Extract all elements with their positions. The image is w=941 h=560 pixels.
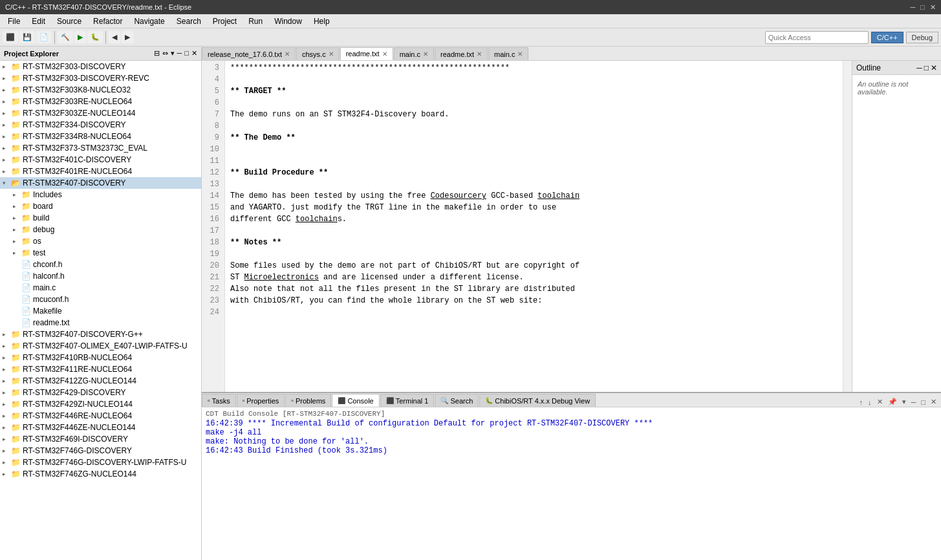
tree-item[interactable]: ▸📁RT-STM32F746G-DISCOVERY — [0, 445, 201, 457]
tree-item[interactable]: ▸📁RT-STM32F446RE-NUCLEO64 — [0, 410, 201, 422]
outline-minimize-btn[interactable]: ─ — [916, 63, 922, 72]
build-button[interactable]: 🔨 — [58, 31, 73, 43]
tree-item[interactable]: ▸📁RT-STM32F401C-DISCOVERY — [0, 154, 201, 166]
tree-item[interactable]: ▸📁RT-STM32F469I-DISCOVERY — [0, 433, 201, 445]
tree-item[interactable]: 📄chconf.h — [0, 259, 201, 270]
close-button[interactable]: ✕ — [930, 3, 936, 12]
console-tab-0[interactable]: ▫Tasks — [202, 394, 236, 407]
menu-search[interactable]: Search — [171, 16, 206, 27]
pe-menu-btn[interactable]: ▾ — [171, 49, 175, 58]
tree-item[interactable]: ▸📁RT-STM32F303-DISCOVERY-REVC — [0, 72, 201, 84]
tree-item[interactable]: ▸📁debug — [0, 224, 201, 235]
editor-scrollbar[interactable] — [843, 61, 852, 392]
console-options-btn[interactable]: ▾ — [900, 397, 908, 407]
tree-item[interactable]: ▸📁RT-STM32F303-DISCOVERY — [0, 61, 201, 72]
tree-item[interactable]: ▸📁RT-STM32F373-STM32373C_EVAL — [0, 142, 201, 154]
tree-item[interactable]: ▸📁RT-STM32F746G-DISCOVERY-LWIP-FATFS-U — [0, 457, 201, 468]
debug-perspective-button[interactable]: Debug — [906, 32, 938, 43]
outline-close-btn[interactable]: ✕ — [931, 63, 937, 72]
menu-navigate[interactable]: Navigate — [129, 16, 169, 27]
editor-tab-3[interactable]: main.c✕ — [394, 47, 434, 60]
console-up-btn[interactable]: ↑ — [858, 398, 865, 407]
console-tab-6[interactable]: 🐛ChibiOS/RT 4.x.x Debug View — [479, 394, 596, 407]
console-down-btn[interactable]: ↓ — [866, 398, 874, 407]
tree-item[interactable]: 📄readme.txt — [0, 317, 201, 328]
tab-close-icon[interactable]: ✕ — [285, 50, 290, 58]
console-tab-4[interactable]: ⬛Terminal 1 — [380, 394, 435, 407]
console-tab-5[interactable]: 🔍Search — [435, 394, 479, 407]
tree-item[interactable]: ▸📁RT-STM32F334-DISCOVERY — [0, 119, 201, 131]
tree-item[interactable]: ▸📁RT-STM32F746ZG-NUCLEO144 — [0, 468, 201, 480]
tree-item[interactable]: 📄mcuconf.h — [0, 294, 201, 305]
pe-collapse-btn[interactable]: ⊟ — [154, 49, 160, 58]
tree-item[interactable]: 📄Makefile — [0, 305, 201, 317]
tree-item[interactable]: ▸📁RT-STM32F411RE-NUCLEO64 — [0, 363, 201, 375]
tree-item[interactable]: ▸📁build — [0, 212, 201, 224]
menu-run[interactable]: Run — [243, 16, 268, 27]
tree-item[interactable]: ▸📁RT-STM32F410RB-NUCLEO64 — [0, 352, 201, 363]
quick-access-input[interactable] — [765, 31, 869, 44]
forward-button[interactable]: ▶ — [122, 31, 133, 43]
console-pin-btn[interactable]: 📌 — [886, 397, 899, 407]
code-content[interactable]: ****************************************… — [225, 61, 843, 392]
pe-minimize-btn[interactable]: ─ — [177, 49, 182, 58]
menu-project[interactable]: Project — [208, 16, 242, 27]
tab-close-icon[interactable]: ✕ — [477, 50, 482, 58]
save-all-button[interactable]: 📄 — [36, 31, 52, 43]
tree-item[interactable]: 📄halconf.h — [0, 270, 201, 282]
pe-maximize-btn[interactable]: □ — [184, 49, 189, 58]
tree-arrow: ▸ — [13, 191, 21, 198]
console-remove-btn[interactable]: ✕ — [875, 397, 885, 407]
cpp-perspective-button[interactable]: C/C++ — [871, 32, 903, 43]
menu-help[interactable]: Help — [308, 16, 335, 27]
editor-tab-1[interactable]: chsys.c✕ — [296, 47, 340, 60]
tree-item[interactable]: ▸📁RT-STM32F334R8-NUCLEO64 — [0, 131, 201, 142]
console-close-btn[interactable]: ✕ — [929, 397, 938, 407]
debug-run-button[interactable]: 🐛 — [87, 31, 103, 43]
console-tab-1[interactable]: ▫Properties — [237, 394, 285, 407]
tab-close-icon[interactable]: ✕ — [423, 50, 428, 58]
maximize-button[interactable]: □ — [920, 3, 925, 12]
menu-window[interactable]: Window — [269, 16, 307, 27]
tree-item[interactable]: ▸📁RT-STM32F429-DISCOVERY — [0, 387, 201, 398]
minimize-button[interactable]: ─ — [911, 3, 916, 12]
tree-item[interactable]: ▸📁test — [0, 247, 201, 259]
run-button[interactable]: ▶ — [74, 31, 86, 43]
new-button[interactable]: ⬛ — [3, 31, 18, 43]
editor-tab-2[interactable]: readme.txt✕ — [340, 47, 393, 60]
save-button[interactable]: 💾 — [19, 31, 35, 43]
tree-item[interactable]: ▸📁RT-STM32F446ZE-NUCLEO144 — [0, 422, 201, 433]
tree-item[interactable]: ▾📂RT-STM32F407-DISCOVERY — [0, 177, 201, 189]
tree-item[interactable]: ▸📁RT-STM32F303ZE-NUCLEO144 — [0, 107, 201, 119]
tree-item[interactable]: 📄main.c — [0, 282, 201, 294]
console-maximize-btn[interactable]: □ — [919, 398, 927, 407]
console-tab-3[interactable]: ⬛Console — [332, 394, 379, 407]
editor-tab-5[interactable]: main.c✕ — [488, 47, 528, 60]
menu-file[interactable]: File — [3, 16, 25, 27]
tree-item[interactable]: ▸📁board — [0, 200, 201, 212]
console-tab-2[interactable]: ▫Problems — [285, 394, 331, 407]
tree-item[interactable]: ▸📁os — [0, 235, 201, 247]
tab-close-icon[interactable]: ✕ — [517, 50, 523, 58]
outline-maximize-btn[interactable]: □ — [924, 63, 929, 72]
tab-close-icon[interactable]: ✕ — [329, 50, 334, 58]
tree-item[interactable]: ▸📁RT-STM32F407-OLIMEX_E407-LWIP-FATFS-U — [0, 340, 201, 352]
back-button[interactable]: ◀ — [109, 31, 120, 43]
menu-refactor[interactable]: Refactor — [88, 16, 127, 27]
tree-item[interactable]: ▸📁RT-STM32F407-DISCOVERY-G++ — [0, 328, 201, 340]
tree-item[interactable]: ▸📁RT-STM32F401RE-NUCLEO64 — [0, 166, 201, 177]
tree-item[interactable]: ▸📁RT-STM32F412ZG-NUCLEO144 — [0, 375, 201, 387]
menu-source[interactable]: Source — [52, 16, 87, 27]
tree-item[interactable]: ▸📁RT-STM32F303K8-NUCLEO32 — [0, 84, 201, 96]
link-text: toolchain — [296, 213, 338, 225]
tree-item[interactable]: ▸📁RT-STM32F429ZI-NUCLEO144 — [0, 398, 201, 410]
pe-link-btn[interactable]: ⇔ — [162, 49, 168, 58]
tree-item[interactable]: ▸📁RT-STM32F303RE-NUCLEO64 — [0, 96, 201, 107]
editor-tab-0[interactable]: release_note_17.6.0.txt✕ — [202, 47, 296, 60]
tab-close-icon[interactable]: ✕ — [382, 50, 387, 58]
editor-tab-4[interactable]: readme.txt✕ — [435, 47, 488, 60]
pe-close-btn[interactable]: ✕ — [191, 49, 197, 58]
tree-item[interactable]: ▸📁Includes — [0, 189, 201, 200]
menu-edit[interactable]: Edit — [27, 16, 50, 27]
console-minimize-btn[interactable]: ─ — [909, 398, 918, 407]
